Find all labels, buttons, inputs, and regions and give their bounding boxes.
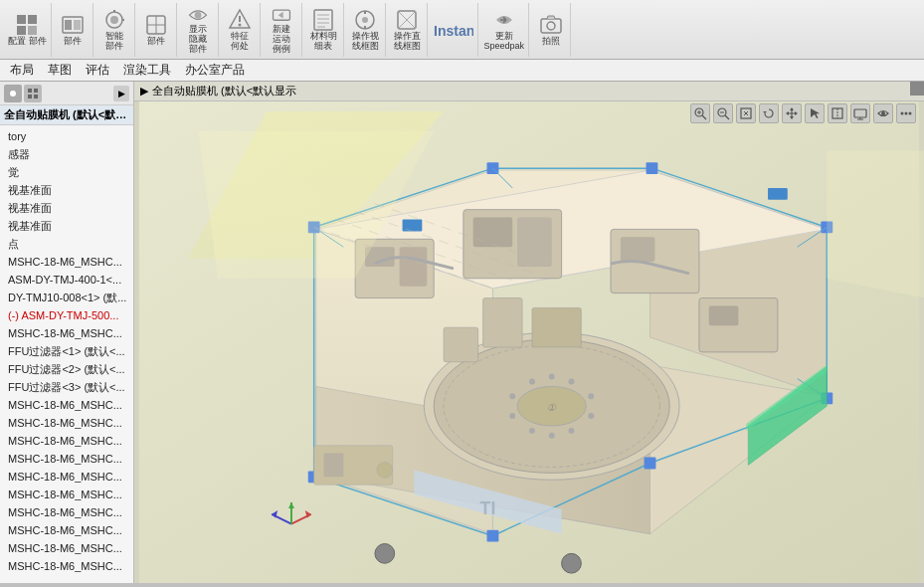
svg-rect-34 — [34, 89, 38, 93]
svg-rect-2 — [17, 26, 26, 35]
vp-icon-zoom-in[interactable] — [690, 103, 710, 123]
tree-item-22[interactable]: MSHC-18-M6_MSHC... — [0, 521, 133, 539]
menu-bar: 布局 草图 评估 渲染工具 办公室产品 — [0, 60, 924, 82]
svg-rect-74 — [645, 458, 656, 470]
tree-item-19[interactable]: MSHC-18-M6_MSHC... — [0, 468, 133, 486]
show-icon — [186, 5, 210, 25]
toolbar-group-op2[interactable]: 操作直线框图 — [388, 3, 428, 57]
parts-icon — [61, 13, 85, 37]
vp-icon-section[interactable] — [828, 103, 847, 123]
vp-icon-more[interactable] — [896, 103, 916, 123]
vp-icon-fit[interactable] — [736, 103, 756, 123]
svg-rect-102 — [517, 218, 552, 267]
vp-icon-hide[interactable] — [873, 103, 893, 123]
tree-item-24[interactable]: MSHC-18-M6_MSHC... — [0, 557, 133, 575]
svg-point-88 — [569, 379, 575, 385]
svg-point-14 — [195, 11, 202, 18]
toolbar-label-motion: 新建运动例例 — [273, 25, 290, 55]
svg-rect-71 — [647, 162, 658, 174]
tree-item-10[interactable]: (-) ASM-DY-TMJ-500... — [0, 306, 133, 324]
toolbar-group-bom[interactable]: 材料明细表 — [304, 3, 344, 57]
tree-item-15[interactable]: MSHC-18-M6_MSHC... — [0, 396, 133, 414]
tree-item-2[interactable]: 觉 — [0, 163, 133, 181]
menu-item-sketch[interactable]: 草图 — [42, 61, 78, 80]
vp-icon-display[interactable] — [850, 103, 870, 123]
toolbar-label-photo: 拍照 — [542, 37, 560, 47]
svg-rect-99 — [400, 247, 428, 287]
tree-item-11[interactable]: MSHC-18-M6_MSHC... — [0, 324, 133, 342]
toolbar-group-config[interactable]: 配置 部件 — [4, 3, 52, 57]
tree-item-12[interactable]: FFU过滤器<1> (默认<... — [0, 342, 133, 360]
toolbar-group-speedpak[interactable]: 更新Speedpak — [480, 3, 530, 57]
svg-point-87 — [549, 374, 555, 380]
svg-point-117 — [375, 543, 395, 563]
svg-rect-104 — [621, 237, 655, 262]
menu-item-render[interactable]: 渲染工具 — [117, 61, 177, 80]
tree-item-17[interactable]: MSHC-18-M6_MSHC... — [0, 432, 133, 450]
svg-point-32 — [10, 91, 16, 97]
svg-point-55 — [881, 111, 885, 115]
svg-rect-52 — [854, 109, 866, 117]
sidebar-icon-eye[interactable] — [4, 85, 22, 102]
viewport[interactable]: ▶ 全自动贴膜机 (默认<默认显示 — [134, 82, 924, 583]
tree-item-9[interactable]: DY-TMJ10-008<1> (默... — [0, 289, 133, 306]
svg-line-42 — [725, 115, 729, 119]
sidebar-icon-config[interactable] — [24, 85, 42, 102]
vp-icon-zoom-out[interactable] — [713, 103, 733, 123]
svg-rect-115 — [324, 454, 344, 478]
tree-item-16[interactable]: MSHC-18-M6_MSHC... — [0, 414, 133, 432]
vp-icon-pan[interactable] — [782, 103, 802, 123]
toolbar-group-op1[interactable]: 操作视线框图 — [346, 3, 386, 57]
tree-item-7[interactable]: MSHC-18-M6_MSHC... — [0, 253, 133, 271]
svg-point-57 — [905, 112, 908, 115]
sidebar-tree[interactable]: tory感器觉视基准面视基准面视基准面点MSHC-18-M6_MSHC...AS… — [0, 125, 133, 583]
menu-item-office[interactable]: 办公室产品 — [179, 61, 251, 80]
sidebar-expand-button[interactable]: ▶ — [113, 86, 129, 101]
tree-item-13[interactable]: FFU过滤器<2> (默认<... — [0, 360, 133, 378]
toolbar-label-bom: 材料明细表 — [310, 32, 337, 52]
tree-item-21[interactable]: MSHC-18-M6_MSHC... — [0, 503, 133, 521]
tree-item-4[interactable]: 视基准面 — [0, 199, 133, 217]
toolbar-group-motion[interactable]: 新建运动例例 — [263, 3, 302, 57]
vp-icon-select[interactable] — [805, 103, 825, 123]
svg-point-56 — [901, 112, 904, 115]
svg-point-94 — [509, 413, 515, 419]
svg-rect-5 — [65, 20, 72, 30]
toolbar-group-part2[interactable]: 部件 — [137, 3, 177, 57]
svg-text:Instant3D: Instant3D — [434, 23, 473, 39]
smart-icon — [102, 8, 126, 32]
toolbar-group-feature[interactable]: 特征何处 — [221, 3, 261, 57]
machine-3d-view: ① — [134, 101, 924, 583]
toolbar-label-part2: 部件 — [147, 37, 165, 47]
svg-rect-35 — [28, 95, 32, 98]
toolbar-group-parts[interactable]: 部件 — [54, 3, 93, 57]
tree-item-20[interactable]: MSHC-18-M6_MSHC... — [0, 486, 133, 503]
toolbar-group-show[interactable]: 显示隐藏部件 — [179, 3, 219, 57]
tree-item-18[interactable]: MSHC-18-M6_MSHC... — [0, 450, 133, 468]
svg-rect-0 — [17, 15, 26, 24]
menu-item-layout[interactable]: 布局 — [4, 61, 40, 80]
tree-item-23[interactable]: MSHC-18-M6_MSHC... — [0, 539, 133, 557]
machine-svg: ① — [134, 101, 924, 583]
svg-rect-101 — [473, 218, 513, 248]
tree-item-1[interactable]: 感器 — [0, 145, 133, 163]
tree-item-8[interactable]: ASM-DY-TMJ-400-1<... — [0, 271, 133, 289]
toolbar-group-instant3d[interactable]: Instant3D — [430, 3, 478, 57]
vp-icon-rotate[interactable] — [759, 103, 779, 123]
viewport-corner-handle[interactable] — [910, 82, 924, 96]
toolbar-label-op1: 操作视线框图 — [352, 32, 379, 52]
toolbar-label-smart: 智能部件 — [105, 32, 123, 52]
toolbar-group-photo[interactable]: 拍照 — [531, 3, 571, 57]
tree-item-3[interactable]: 视基准面 — [0, 181, 133, 199]
tree-item-6[interactable]: 点 — [0, 235, 133, 253]
tree-item-14[interactable]: FFU过滤器<3> (默认<... — [0, 378, 133, 396]
svg-rect-108 — [532, 307, 581, 347]
svg-point-93 — [529, 428, 535, 434]
tree-item-0[interactable]: tory — [0, 127, 133, 145]
tree-item-5[interactable]: 视基准面 — [0, 217, 133, 235]
menu-item-evaluate[interactable]: 评估 — [80, 61, 115, 80]
toolbar-group-smart[interactable]: 智能部件 — [95, 3, 135, 57]
svg-text:TI: TI — [480, 498, 496, 518]
svg-rect-36 — [34, 95, 38, 98]
viewport-title-icon: ▶ — [140, 85, 148, 98]
